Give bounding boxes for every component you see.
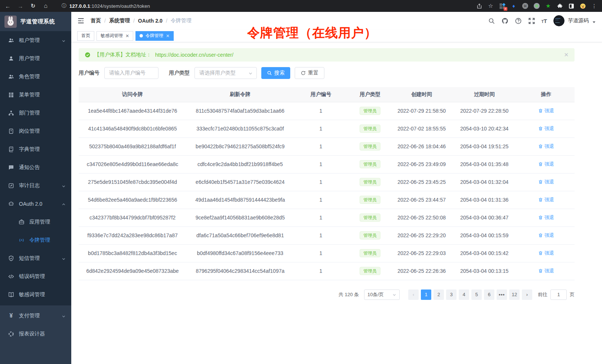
force-logout-button[interactable]: 强退 [538, 250, 554, 257]
sidebar-item-audit[interactable]: 审计日志 [0, 176, 71, 195]
extension-star-icon[interactable]: ★ [545, 3, 552, 9]
menu-dots-icon[interactable]: ⋮ [591, 3, 598, 9]
sidebar-item-errorcode[interactable]: 错误码管理 [0, 267, 71, 285]
chevron-down-icon [62, 256, 66, 260]
search-button[interactable]: 搜索 [261, 67, 290, 79]
sidebar-item-role[interactable]: 角色管理 [0, 67, 71, 86]
prev-page-button[interactable]: ‹ [408, 289, 419, 300]
user-name[interactable]: 芋道源码 [568, 17, 589, 24]
page-button-12[interactable]: 12 [509, 289, 520, 300]
trash-icon [538, 251, 543, 255]
column-header: 访问令牌 [79, 87, 186, 102]
sidebar-item-user[interactable]: 用户管理 [0, 49, 71, 67]
user-type-badge: 管理员 [360, 142, 380, 150]
force-logout-button[interactable]: 强退 [538, 143, 554, 150]
sidebar-item-sensitive[interactable]: 敏感词管理 [0, 285, 71, 304]
reset-button[interactable]: 重置 [295, 67, 324, 79]
bookmark-star-icon[interactable]: ☆ [487, 3, 494, 9]
page-size-select[interactable]: 10条/页 [364, 289, 400, 300]
page-button-3[interactable]: 3 [446, 289, 457, 300]
user-icon [8, 56, 14, 62]
force-logout-button[interactable]: 强退 [538, 196, 554, 203]
sidebar-item-report[interactable]: 报表设计器 [0, 325, 71, 343]
share-icon[interactable] [476, 3, 482, 9]
split-screen-icon[interactable] [568, 3, 575, 9]
fullscreen-icon[interactable] [528, 17, 535, 24]
extension-record-icon[interactable] [533, 3, 540, 9]
force-logout-button[interactable]: 强退 [538, 125, 554, 132]
forward-icon[interactable]: → [17, 3, 24, 9]
force-logout-button[interactable]: 强退 [538, 268, 554, 274]
user-id-input[interactable]: 请输入用户编号 [104, 67, 158, 79]
filter-form: 用户编号 请输入用户编号 用户类型 请选择用户类型 搜索 [79, 67, 575, 79]
extension-apps-icon[interactable]: 9 [499, 3, 506, 9]
page-button-4[interactable]: 4 [459, 289, 469, 300]
breadcrumb-item[interactable]: OAuth 2.0 [138, 18, 163, 24]
tab-敏感词管理[interactable]: 敏感词管理✕ [96, 31, 133, 41]
close-icon[interactable]: ✕ [125, 33, 129, 39]
token-table: 访问令牌刷新令牌用户编号用户类型创建时间过期时间操作 1ea5e44f8bc14… [79, 87, 575, 280]
extension-puzzle-icon[interactable] [556, 3, 563, 9]
page-button-5[interactable]: 5 [471, 289, 482, 300]
sidebar-item-label: 菜单管理 [19, 92, 40, 98]
alert-doc-link[interactable]: https://doc.iocoder.cn/user-center/ [155, 52, 233, 58]
extension-gem-icon[interactable]: ♦ [510, 3, 517, 9]
font-size-icon[interactable]: TT [542, 18, 547, 24]
home-icon[interactable]: ⌂ [42, 3, 49, 9]
github-icon[interactable] [501, 17, 508, 24]
force-logout-button[interactable]: 强退 [538, 232, 554, 239]
force-logout-button[interactable]: 强退 [538, 179, 554, 185]
browser-chrome: ← → ↻ ⌂ ⓘ 127.0.0.1:1024/system/oauth2/t… [0, 0, 602, 12]
sidebar-item-dict[interactable]: 字典管理 [0, 140, 71, 158]
close-icon[interactable]: ✕ [166, 33, 170, 39]
close-icon[interactable]: ✕ [564, 52, 569, 58]
force-logout-button[interactable]: 强退 [538, 107, 554, 114]
sidebar-item-tenant[interactable]: 租户管理 [0, 31, 71, 49]
sidebar-item-label: 字典管理 [19, 146, 40, 153]
sidebar-item-notice[interactable]: 通知公告 [0, 158, 71, 176]
sidebar-item-oauth2[interactable]: OAuth 2.0 [0, 195, 71, 213]
breadcrumb-item: 令牌管理 [171, 17, 192, 24]
user-type-badge: 管理员 [360, 107, 380, 115]
help-icon[interactable] [515, 17, 522, 24]
collapse-sidebar-icon[interactable] [77, 17, 85, 24]
next-page-button[interactable]: › [522, 289, 532, 300]
reload-icon[interactable]: ↻ [30, 3, 36, 9]
extension-command-icon[interactable]: ⌘ [522, 3, 529, 9]
page-button-1[interactable]: 1 [421, 289, 431, 300]
chevron-down-icon[interactable] [592, 19, 596, 23]
page-button-6[interactable]: 6 [484, 289, 494, 300]
emoji-icon[interactable] [579, 3, 586, 9]
goto-page-input[interactable]: 1 [550, 289, 567, 300]
sidebar-item-sms[interactable]: 短信管理 [0, 249, 71, 267]
avatar[interactable] [553, 15, 565, 26]
sidebar-item-post[interactable]: 岗位管理 [0, 122, 71, 140]
tab-令牌管理[interactable]: 令牌管理✕ [135, 31, 174, 41]
breadcrumb-item[interactable]: 系统管理 [109, 17, 130, 24]
sidebar-item-pay[interactable]: ¥支付管理 [0, 307, 71, 325]
force-logout-button[interactable]: 强退 [538, 214, 554, 221]
force-logout-button[interactable]: 强退 [538, 161, 554, 168]
address-bar[interactable]: ⓘ 127.0.0.1:1024/system/oauth2/token [62, 3, 470, 9]
info-icon[interactable]: ⓘ [62, 3, 66, 9]
sidebar-item-oauth-token[interactable]: A令牌管理 [0, 231, 71, 249]
user-type-badge: 管理员 [360, 196, 380, 204]
search-icon[interactable] [488, 17, 495, 24]
user-type-select[interactable]: 请选择用户类型 [194, 67, 257, 79]
page-button-2[interactable]: 2 [433, 289, 444, 300]
column-header: 刷新令牌 [186, 87, 294, 102]
tab-首页[interactable]: 首页 [77, 31, 94, 41]
sidebar-item-dept[interactable]: 部门管理 [0, 104, 71, 122]
access-token-cell: c342377bf8b344799dcbf7bf095287f2 [79, 209, 186, 226]
user-id-cell: 1 [294, 209, 348, 226]
check-circle-icon [85, 52, 91, 58]
app-logo[interactable]: 芋道管理系统 [0, 12, 71, 31]
sidebar-item-menu[interactable]: 菜单管理 [0, 86, 71, 104]
sidebar-item-oauth-app[interactable]: 应用管理 [0, 213, 71, 231]
more-pages-button[interactable]: ••• [497, 289, 507, 300]
breadcrumb-item[interactable]: 首页 [91, 17, 101, 24]
back-icon[interactable]: ← [4, 3, 11, 9]
user-id-cell: 1 [294, 173, 348, 191]
total-count: 共 120 条 [338, 291, 359, 298]
sidebar-section-light: ¥支付管理报表设计器 [0, 305, 71, 364]
